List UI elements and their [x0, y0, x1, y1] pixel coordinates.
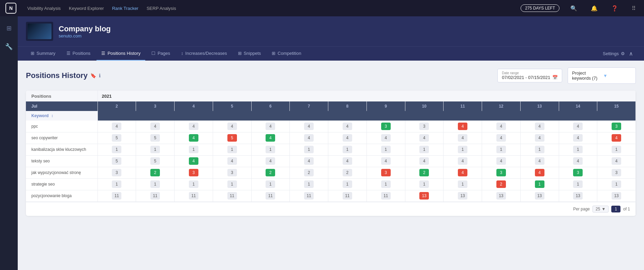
- project-url[interactable]: senuto.com: [59, 33, 111, 38]
- position-cell[interactable]: 4: [175, 155, 213, 167]
- position-cell[interactable]: 1: [520, 144, 559, 155]
- position-cell[interactable]: 2: [136, 167, 175, 178]
- position-cell[interactable]: 4: [444, 121, 482, 132]
- position-cell[interactable]: 1: [213, 178, 251, 190]
- position-cell[interactable]: 13: [482, 190, 521, 202]
- position-cell[interactable]: 1: [290, 144, 328, 155]
- keyword-cell[interactable]: kanibalizacja słów kluczowych: [26, 144, 98, 155]
- position-cell[interactable]: 4: [136, 121, 175, 132]
- position-cell[interactable]: 3: [597, 121, 636, 132]
- position-cell[interactable]: 1: [98, 178, 136, 190]
- position-cell[interactable]: 1: [175, 144, 213, 155]
- position-cell[interactable]: 13: [520, 190, 559, 202]
- sidebar-grid-icon[interactable]: ⊞: [4, 22, 14, 35]
- position-cell[interactable]: 3: [482, 167, 521, 178]
- collapse-button[interactable]: ∧: [626, 50, 636, 57]
- position-cell[interactable]: 11: [136, 190, 175, 202]
- logo-icon[interactable]: N: [5, 3, 16, 14]
- position-cell[interactable]: 13: [559, 190, 597, 202]
- keyword-cell[interactable]: ppc: [26, 121, 98, 132]
- position-cell[interactable]: 1: [136, 178, 175, 190]
- position-cell[interactable]: 1: [444, 144, 482, 155]
- position-cell[interactable]: 4: [482, 155, 521, 167]
- position-cell[interactable]: 1: [559, 178, 597, 190]
- position-cell[interactable]: 1: [520, 178, 559, 190]
- position-cell[interactable]: 13: [405, 190, 444, 202]
- position-cell[interactable]: 3: [366, 121, 405, 132]
- position-cell[interactable]: 1: [405, 144, 444, 155]
- question-icon[interactable]: ❓: [609, 4, 621, 13]
- position-cell[interactable]: 1: [444, 178, 482, 190]
- grid-icon[interactable]: ⠿: [629, 4, 639, 13]
- position-cell[interactable]: 4: [251, 155, 290, 167]
- subnav-positions-history[interactable]: ☰ Positions History: [96, 47, 145, 61]
- position-cell[interactable]: 4: [366, 155, 405, 167]
- search-icon[interactable]: 🔍: [568, 4, 580, 13]
- subnav-summary[interactable]: ⊞ Summary: [26, 47, 60, 61]
- nav-keyword-explorer[interactable]: Keyword Explorer: [69, 6, 104, 11]
- position-cell[interactable]: 1: [482, 144, 521, 155]
- position-cell[interactable]: 3: [175, 167, 213, 178]
- position-cell[interactable]: 3: [98, 167, 136, 178]
- position-cell[interactable]: 4: [213, 121, 251, 132]
- position-cell[interactable]: 4: [520, 167, 559, 178]
- keyword-cell[interactable]: seo copywriter: [26, 132, 98, 144]
- nav-serp-analysis[interactable]: SERP Analysis: [147, 6, 176, 11]
- position-cell[interactable]: 4: [366, 132, 405, 144]
- position-cell[interactable]: 1: [366, 144, 405, 155]
- position-cell[interactable]: 4: [251, 121, 290, 132]
- nav-visibility-analysis[interactable]: Visibility Analysis: [27, 6, 61, 11]
- position-cell[interactable]: 4: [405, 155, 444, 167]
- position-cell[interactable]: 1: [597, 144, 636, 155]
- position-cell[interactable]: 4: [213, 155, 251, 167]
- subnav-snippets[interactable]: ⊞ Snippets: [233, 47, 266, 61]
- position-cell[interactable]: 5: [136, 132, 175, 144]
- keyword-cell[interactable]: pozycjonowanie bloga: [26, 190, 98, 202]
- position-cell[interactable]: 2: [405, 167, 444, 178]
- position-cell[interactable]: 1: [328, 178, 367, 190]
- position-cell[interactable]: 4: [290, 121, 328, 132]
- position-cell[interactable]: 4: [405, 132, 444, 144]
- position-cell[interactable]: 3: [213, 167, 251, 178]
- position-cell[interactable]: 1: [213, 144, 251, 155]
- position-cell[interactable]: 3: [597, 167, 636, 178]
- position-cell[interactable]: 11: [366, 190, 405, 202]
- position-cell[interactable]: 11: [328, 190, 367, 202]
- position-cell[interactable]: 4: [559, 132, 597, 144]
- position-cell[interactable]: 4: [482, 132, 521, 144]
- position-cell[interactable]: 11: [98, 190, 136, 202]
- position-cell[interactable]: 1: [290, 178, 328, 190]
- position-cell[interactable]: 13: [444, 190, 482, 202]
- position-cell[interactable]: 4: [444, 132, 482, 144]
- per-page-select[interactable]: 25 ▼: [593, 206, 609, 212]
- position-cell[interactable]: 13: [597, 190, 636, 202]
- position-cell[interactable]: 4: [520, 121, 559, 132]
- sidebar-wrench-icon[interactable]: 🔧: [2, 40, 15, 53]
- position-cell[interactable]: 4: [290, 155, 328, 167]
- position-cell[interactable]: 5: [98, 155, 136, 167]
- position-cell[interactable]: 5: [136, 155, 175, 167]
- position-cell[interactable]: 4: [175, 121, 213, 132]
- subnav-competition[interactable]: ⊞ Competition: [267, 47, 306, 61]
- position-cell[interactable]: 5: [98, 132, 136, 144]
- position-cell[interactable]: 1: [597, 178, 636, 190]
- position-cell[interactable]: 1: [136, 144, 175, 155]
- position-cell[interactable]: 2: [482, 178, 521, 190]
- position-cell[interactable]: 4: [175, 132, 213, 144]
- position-cell[interactable]: 3: [559, 167, 597, 178]
- position-cell[interactable]: 11: [175, 190, 213, 202]
- position-cell[interactable]: 4: [328, 132, 367, 144]
- position-cell[interactable]: 4: [444, 155, 482, 167]
- position-cell[interactable]: 11: [213, 190, 251, 202]
- position-cell[interactable]: 1: [405, 178, 444, 190]
- keyword-cell[interactable]: strategie seo: [26, 178, 98, 190]
- position-cell[interactable]: 4: [482, 121, 521, 132]
- position-cell[interactable]: 11: [290, 190, 328, 202]
- position-cell[interactable]: 2: [251, 167, 290, 178]
- position-cell[interactable]: 1: [251, 178, 290, 190]
- position-cell[interactable]: 4: [328, 121, 367, 132]
- bell-icon[interactable]: 🔔: [588, 4, 600, 13]
- subnav-pages[interactable]: ☐ Pages: [147, 47, 175, 61]
- position-cell[interactable]: 5: [213, 132, 251, 144]
- position-cell[interactable]: 4: [559, 121, 597, 132]
